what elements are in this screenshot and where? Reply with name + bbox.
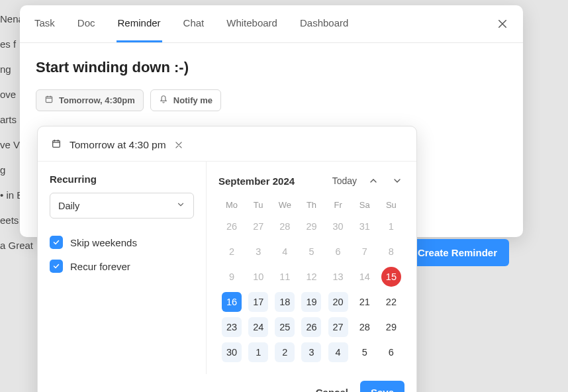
tab-whiteboard[interactable]: Whiteboard	[225, 5, 279, 42]
popover-body: Recurring Daily Skip weekends Recur fore…	[38, 161, 416, 374]
calendar-day[interactable]: 20	[325, 289, 352, 315]
chip-row: Tomorrow, 4:30pm Notify me	[36, 89, 507, 111]
calendar-day[interactable]: 28	[271, 214, 298, 239]
dow-label: Th	[298, 196, 324, 214]
calendar-day[interactable]: 25	[271, 315, 298, 340]
calendar-day-label: 1	[248, 342, 268, 362]
calendar-day[interactable]: 2	[271, 340, 298, 365]
close-icon[interactable]	[495, 17, 510, 31]
reminder-title-input[interactable]: Start winding down :-)	[36, 59, 507, 76]
calendar-day-label: 13	[328, 267, 348, 287]
tab-task[interactable]: Task	[33, 5, 56, 42]
calendar-day[interactable]: 27	[325, 315, 352, 340]
calendar-day-label: 15	[381, 267, 401, 287]
popover-summary: Tomorrow at 4:30 pm	[70, 139, 166, 151]
calendar-day[interactable]: 30	[218, 340, 245, 365]
calendar-day[interactable]: 11	[271, 264, 298, 289]
calendar-day[interactable]: 3	[298, 340, 324, 365]
today-button[interactable]: Today	[332, 175, 357, 186]
recur-forever-checkbox[interactable]	[50, 260, 63, 273]
calendar-day[interactable]: 9	[218, 264, 245, 289]
calendar-day[interactable]: 2	[218, 239, 245, 264]
calendar-day[interactable]: 21	[352, 289, 378, 315]
calendar-day[interactable]: 28	[352, 315, 378, 340]
calendar-day[interactable]: 24	[245, 315, 271, 340]
calendar-day[interactable]: 1	[378, 214, 404, 239]
date-popover: Tomorrow at 4:30 pm Recurring Daily Skip…	[37, 126, 417, 392]
calendar-day[interactable]: 14	[352, 264, 378, 289]
recur-forever-row[interactable]: Recur forever	[50, 254, 194, 278]
next-month-button[interactable]	[390, 173, 404, 188]
calendar-day-label: 10	[248, 267, 268, 287]
tab-dashboard[interactable]: Dashboard	[299, 5, 350, 42]
dow-label: We	[271, 196, 298, 214]
calendar-day-label: 31	[355, 217, 375, 236]
calendar-day[interactable]: 6	[378, 340, 404, 365]
notify-chip-label: Notify me	[173, 95, 213, 105]
notify-chip[interactable]: Notify me	[150, 89, 221, 111]
calendar-day-label: 21	[355, 292, 375, 312]
calendar-day[interactable]: 4	[325, 340, 352, 365]
calendar-day-label: 9	[222, 267, 242, 287]
calendar-day-label: 5	[355, 342, 375, 362]
calendar-day[interactable]: 6	[325, 239, 352, 264]
dow-label: Fr	[325, 196, 352, 214]
recurring-panel: Recurring Daily Skip weekends Recur fore…	[38, 162, 207, 374]
tab-reminder[interactable]: Reminder	[117, 5, 162, 42]
calendar-day[interactable]: 22	[378, 289, 404, 315]
calendar-day-label: 3	[301, 342, 321, 362]
calendar-day[interactable]: 18	[271, 289, 298, 315]
calendar-day-label: 26	[301, 317, 321, 337]
skip-weekends-row[interactable]: Skip weekends	[50, 230, 194, 254]
calendar-day-label: 22	[381, 292, 401, 312]
calendar-day-label: 11	[275, 267, 295, 287]
calendar-day[interactable]: 15	[378, 264, 404, 289]
calendar-day-label: 26	[222, 217, 242, 236]
calendar-grid: 2627282930311234567891011121314151617181…	[218, 214, 404, 365]
calendar-day-label: 27	[328, 317, 348, 337]
calendar-day-label: 8	[381, 242, 401, 262]
dow-label: Su	[378, 196, 404, 214]
calendar-day[interactable]: 7	[352, 239, 378, 264]
calendar-icon	[51, 138, 62, 152]
calendar-day[interactable]: 4	[271, 239, 298, 264]
calendar-day-label: 6	[381, 342, 401, 362]
calendar-day-label: 5	[301, 242, 321, 262]
calendar-day[interactable]: 5	[352, 340, 378, 365]
calendar-day[interactable]: 29	[378, 315, 404, 340]
calendar-day-label: 25	[275, 317, 295, 337]
calendar-day[interactable]: 23	[218, 315, 245, 340]
chevron-down-icon	[176, 200, 185, 211]
cancel-button[interactable]: Cancel	[316, 387, 348, 392]
calendar-day[interactable]: 17	[245, 289, 271, 315]
calendar-day[interactable]: 29	[298, 214, 324, 239]
clear-date-icon[interactable]	[174, 140, 183, 150]
calendar-day[interactable]: 3	[245, 239, 271, 264]
calendar-day[interactable]: 5	[298, 239, 324, 264]
calendar-day-label: 2	[222, 242, 242, 262]
frequency-value: Daily	[58, 201, 79, 211]
skip-weekends-checkbox[interactable]	[50, 236, 63, 249]
frequency-select[interactable]: Daily	[50, 193, 194, 219]
save-button[interactable]: Save	[360, 381, 404, 392]
calendar-day[interactable]: 31	[352, 214, 378, 239]
calendar-day[interactable]: 19	[298, 289, 324, 315]
calendar-day[interactable]: 26	[298, 315, 324, 340]
calendar-day[interactable]: 12	[298, 264, 324, 289]
calendar-day[interactable]: 16	[218, 289, 245, 315]
calendar-day[interactable]: 13	[325, 264, 352, 289]
calendar-day[interactable]: 10	[245, 264, 271, 289]
create-reminder-button[interactable]: Create Reminder	[406, 239, 509, 266]
date-chip[interactable]: Tomorrow, 4:30pm	[36, 89, 144, 111]
calendar-day-label: 27	[248, 217, 268, 236]
prev-month-button[interactable]	[366, 173, 381, 188]
calendar-day[interactable]: 1	[245, 340, 271, 365]
calendar-day[interactable]: 26	[218, 214, 245, 239]
calendar-day-label: 19	[301, 292, 321, 312]
tab-chat[interactable]: Chat	[182, 5, 206, 42]
calendar-day[interactable]: 27	[245, 214, 271, 239]
tab-doc[interactable]: Doc	[76, 5, 97, 42]
calendar-day[interactable]: 8	[378, 239, 404, 264]
calendar-day[interactable]: 30	[325, 214, 352, 239]
popover-footer: Cancel Save	[38, 374, 416, 392]
